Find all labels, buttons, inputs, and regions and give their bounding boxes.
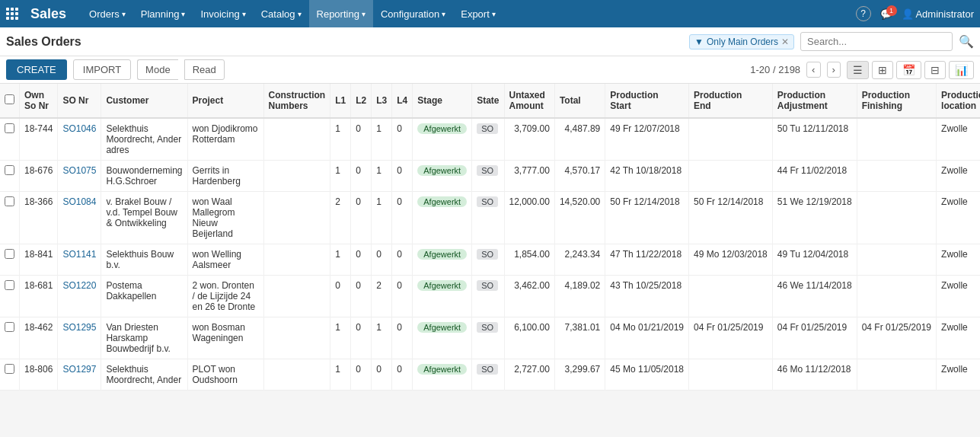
table-row[interactable]: 18-366 SO1084 v. Brakel Bouw / v.d. Temp… [0,192,980,244]
col-total[interactable]: Total [554,84,605,118]
row-checkbox-cell[interactable] [0,118,20,161]
topbar: Sales Orders ▾ Planning ▾ Invoicing ▾ Ca… [0,0,980,27]
filter-close-icon[interactable]: ✕ [781,37,789,47]
view-icons: ☰ ⊞ 📅 ⊟ 📊 [847,61,974,79]
row-checkbox[interactable] [5,165,14,175]
app-name[interactable]: Sales [30,6,66,22]
list-view-button[interactable]: ☰ [847,61,869,79]
cell-production-finishing [857,192,936,244]
grid-view-button[interactable]: ⊟ [924,61,946,79]
cell-project: PLOT won Oudshoorn [187,359,263,391]
nav-orders[interactable]: Orders ▾ [81,0,133,27]
col-project[interactable]: Project [187,84,263,118]
chart-view-button[interactable]: 📊 [949,61,974,79]
row-checkbox[interactable] [5,196,14,206]
cell-so-nr[interactable]: SO1220 [58,276,101,317]
col-construction-numbers[interactable]: ConstructionNumbers [263,84,330,118]
chat-icon[interactable]: 💬 1 [880,8,892,20]
cell-production-start: 42 Th 10/18/2018 [605,161,689,192]
cell-untaxed-amount: 6,100.00 [504,317,554,359]
create-button[interactable]: CREATE [6,59,67,80]
action-bar: CREATE IMPORT Mode Read 1-20 / 2198 ‹ › … [0,56,980,84]
table-row[interactable]: 18-676 SO1075 Bouwonderneming H.G.Schroe… [0,161,980,192]
cell-state: SO [472,276,504,317]
select-all-checkbox[interactable] [5,94,14,104]
col-l2[interactable]: L2 [351,84,372,118]
app-grid-icon[interactable] [6,8,18,20]
cell-production-finishing [857,276,936,317]
read-button[interactable]: Read [184,59,225,80]
row-checkbox[interactable] [5,123,14,133]
col-production-finishing[interactable]: ProductionFinishing [857,84,936,118]
cell-l3: 2 [372,276,392,317]
col-l1[interactable]: L1 [330,84,351,118]
col-production-end[interactable]: ProductionEnd [689,84,773,118]
row-checkbox[interactable] [5,322,14,332]
cell-so-nr[interactable]: SO1084 [58,192,101,244]
cell-untaxed-amount: 3,777.00 [504,161,554,192]
row-checkbox-cell[interactable] [0,161,20,192]
kanban-view-button[interactable]: ⊞ [872,61,893,79]
col-state[interactable]: State [472,84,504,118]
col-production-adjustment[interactable]: ProductionAdjustment [772,84,857,118]
cell-production-adjustment: 46 Mo 11/12/2018 [772,359,857,391]
pagination-next[interactable]: › [827,62,841,78]
help-icon[interactable]: ? [856,6,871,21]
cell-so-nr[interactable]: SO1297 [58,359,101,391]
col-customer[interactable]: Customer [101,84,187,118]
nav-reporting[interactable]: Reporting ▾ [309,0,373,27]
row-checkbox[interactable] [5,249,14,259]
cell-production-finishing [857,161,936,192]
cell-l2: 0 [351,161,372,192]
table-row[interactable]: 18-462 SO1295 Van Driesten Harskamp Bouw… [0,317,980,359]
col-l3[interactable]: L3 [372,84,392,118]
col-own-so-nr[interactable]: OwnSo Nr [20,84,58,118]
cell-total: 3,299.67 [554,359,605,391]
col-so-nr[interactable]: SO Nr [58,84,101,118]
row-checkbox-cell[interactable] [0,359,20,391]
cell-so-nr[interactable]: SO1295 [58,317,101,359]
col-stage[interactable]: Stage [413,84,472,118]
cell-untaxed-amount: 12,000.00 [504,192,554,244]
table-row[interactable]: 18-806 SO1297 Selekthuis Moordrecht, And… [0,359,980,391]
cell-production-location: Zwolle [937,161,980,192]
row-checkbox-cell[interactable] [0,317,20,359]
import-button[interactable]: IMPORT [73,59,131,80]
mode-button[interactable]: Mode [137,59,178,80]
cell-so-nr[interactable]: SO1046 [58,118,101,161]
cell-production-end [689,276,773,317]
cell-so-nr[interactable]: SO1141 [58,244,101,276]
user-avatar[interactable]: 👤 Administrator [902,8,974,20]
nav-configuration[interactable]: Configuration ▾ [373,0,453,27]
col-l4[interactable]: L4 [392,84,413,118]
nav-catalog[interactable]: Catalog ▾ [254,0,309,27]
cell-state: SO [472,161,504,192]
row-checkbox-cell[interactable] [0,244,20,276]
search-input[interactable] [800,32,953,51]
row-checkbox-cell[interactable] [0,276,20,317]
nav-invoicing[interactable]: Invoicing ▾ [193,0,253,27]
row-checkbox-cell[interactable] [0,192,20,244]
search-icon[interactable]: 🔍 [959,34,974,49]
cell-construction-numbers [263,161,330,192]
cell-production-end: 04 Fr 01/25/2019 [689,317,773,359]
col-production-start[interactable]: ProductionStart [605,84,689,118]
nav-planning[interactable]: Planning ▾ [133,0,193,27]
row-checkbox[interactable] [5,280,14,290]
table-row[interactable]: 18-744 SO1046 Selekthuis Moordrecht, And… [0,118,980,161]
table-row[interactable]: 18-681 SO1220 Postema Dakkapellen 2 won.… [0,276,980,317]
cell-so-nr[interactable]: SO1075 [58,161,101,192]
nav-export[interactable]: Export ▾ [453,0,503,27]
col-checkbox[interactable] [0,84,20,118]
pagination-prev[interactable]: ‹ [806,62,820,78]
cell-l2: 0 [351,244,372,276]
col-untaxed-amount[interactable]: UntaxedAmount [504,84,554,118]
row-checkbox[interactable] [5,364,14,374]
cell-l1: 1 [330,161,351,192]
col-production-location[interactable]: Productionlocation [937,84,980,118]
chevron-down-icon: ▾ [442,10,445,18]
cell-l2: 0 [351,118,372,161]
table-row[interactable]: 18-841 SO1141 Selekthuis Bouw b.v. won W… [0,244,980,276]
cell-l4: 0 [392,161,413,192]
calendar-view-button[interactable]: 📅 [896,61,921,79]
